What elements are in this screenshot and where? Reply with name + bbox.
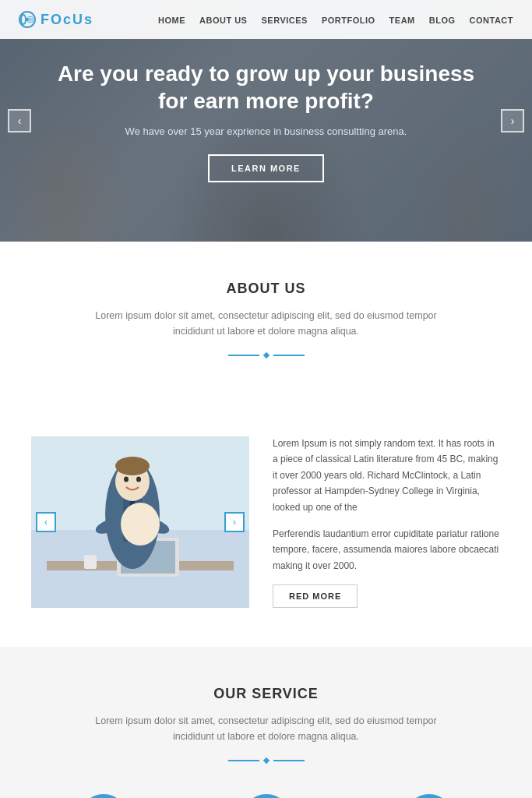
hero-subtitle: We have over 15 year exprience in busine… [48, 125, 484, 137]
hero-title: Are you ready to grow up your business f… [48, 60, 484, 115]
nav-item-home[interactable]: HOME [158, 12, 185, 26]
divider-right [273, 355, 305, 356]
nav-links: HOME ABOUT US SERVICES PORTFOLIO TEAM BL… [158, 12, 513, 26]
service-subtitle: Lorem ipsum dolor sit amet, consectetur … [95, 713, 438, 744]
about-body-1: Lorem Ipsum is not simply random text. I… [273, 436, 501, 515]
svg-point-16 [115, 457, 150, 475]
hero-next-button[interactable]: › [501, 109, 524, 132]
service-mobile-app: Mobile APP Lorem Ipsum is simply dummy t… [357, 786, 501, 798]
divider-center [262, 352, 269, 358]
service-graphics-design: GRAPHICS DESIGN Lorem Ipsum is simply du… [194, 786, 338, 798]
about-prev-button[interactable]: ‹ [36, 512, 56, 532]
service-section: OUR SERVICE Lorem ipsum dolor sit amet, … [0, 647, 532, 798]
brand-name: FOcUs [41, 12, 93, 28]
learn-more-button[interactable]: LEARN MORE [208, 154, 324, 182]
svg-rect-14 [130, 497, 135, 536]
svg-point-17 [124, 476, 129, 482]
hero-prev-button[interactable]: ‹ [8, 109, 31, 132]
nav-item-team[interactable]: TEAM [389, 12, 415, 26]
divider-left [228, 355, 259, 356]
about-next-button[interactable]: › [224, 512, 245, 532]
svg-point-18 [136, 476, 141, 482]
service-divider [31, 758, 501, 763]
service-divider-left [228, 760, 259, 761]
service-title: OUR SERVICE [31, 686, 501, 702]
services-grid: WEB DESIGN Lorem Ipsum is simply dummy t… [31, 786, 501, 798]
svg-point-2 [30, 19, 31, 19]
service-divider-center [262, 757, 269, 764]
about-body-2: Perferendis laudantium error cupiditate … [273, 526, 501, 574]
logo-icon [19, 11, 36, 28]
about-image-wrapper: ‹ › [31, 436, 249, 608]
about-text: Lorem Ipsum is not simply random text. I… [273, 436, 501, 608]
graphics-design-icon [242, 794, 291, 798]
logo[interactable]: FOcUs [19, 11, 93, 28]
nav-item-blog[interactable]: BLOG [429, 12, 456, 26]
nav-item-contact[interactable]: CONTACT [470, 12, 513, 26]
nav-item-portfolio[interactable]: PORTFOLIO [322, 12, 375, 26]
service-web-design: WEB DESIGN Lorem Ipsum is simply dummy t… [31, 786, 175, 798]
service-divider-right [273, 760, 305, 761]
navbar: FOcUs HOME ABOUT US SERVICES PORTFOLIO T… [0, 0, 532, 39]
mobile-app-icon [405, 794, 453, 798]
about-title: ABOUT US [31, 281, 501, 297]
red-more-button[interactable]: RED MORE [273, 584, 358, 608]
about-image [31, 436, 249, 608]
about-divider [31, 353, 501, 358]
nav-item-about[interactable]: ABOUT US [199, 12, 247, 26]
about-section: ABOUT US Lorem ipsum dolor sit amet, con… [0, 242, 532, 420]
about-subtitle: Lorem ipsum dolor sit amet, consectetur … [95, 308, 438, 339]
about-content: ‹ › Lorem Ipsum is not simply random tex… [0, 420, 532, 647]
nav-item-services[interactable]: SERVICES [261, 12, 307, 26]
svg-rect-21 [84, 555, 97, 569]
web-design-icon [79, 794, 128, 798]
hero-content: Are you ready to grow up your business f… [33, 44, 500, 198]
